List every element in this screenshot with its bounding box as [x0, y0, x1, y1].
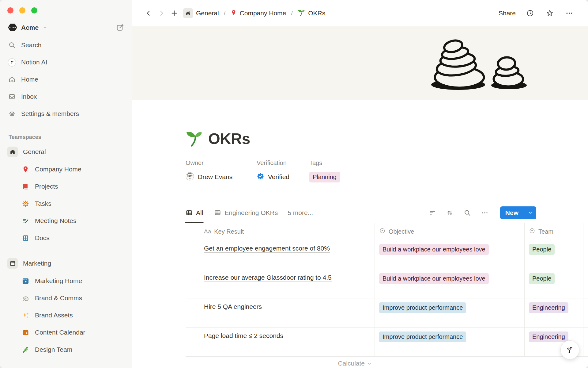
page-label: Tasks: [35, 200, 51, 207]
shell-icon: [21, 294, 30, 302]
zoom-window-button[interactable]: [31, 7, 37, 13]
calculate-row: Calculate: [186, 357, 588, 368]
breadcrumb-label: OKRs: [308, 10, 325, 17]
page-title[interactable]: OKRs: [208, 129, 250, 148]
team-chip: Engineering: [529, 332, 568, 342]
favorite-star-button[interactable]: [545, 8, 555, 18]
team-cell[interactable]: People: [525, 240, 583, 269]
new-page-button[interactable]: [116, 24, 124, 32]
select-property-icon: [379, 228, 386, 236]
key-result-cell[interactable]: Hire 5 QA engineers: [186, 298, 375, 327]
view-tabs-row: All Engineering OKRs 5 more...: [186, 202, 588, 223]
tab-label: All: [196, 209, 203, 217]
column-header-team[interactable]: Team: [525, 223, 583, 240]
sort-icon[interactable]: [445, 208, 454, 217]
sidebar-item-notion-ai[interactable]: Notion AI: [0, 54, 132, 71]
more-views-link[interactable]: 5 more...: [288, 209, 313, 217]
notion-ai-floating-button[interactable]: [560, 340, 579, 359]
view-options-icon[interactable]: [480, 208, 489, 217]
sidebar-page-tasks[interactable]: Tasks: [0, 195, 132, 212]
team-cell[interactable]: Engineering: [525, 298, 583, 327]
close-window-button[interactable]: [7, 7, 13, 13]
new-button[interactable]: New: [500, 206, 524, 219]
objective-cell[interactable]: Build a workplace our employees love: [375, 269, 525, 298]
workspace-switcher[interactable]: ACME Acme: [8, 23, 124, 32]
chevron-down-icon: [367, 361, 372, 366]
red-book-icon: [21, 182, 30, 191]
seedling-icon[interactable]: [186, 130, 203, 148]
sidebar-page-brand-assets[interactable]: Brand Assets: [0, 307, 132, 324]
key-result-cell[interactable]: Get an employee engagement score of 80%: [186, 240, 375, 269]
tab-engineering-okrs[interactable]: Engineering OKRs: [214, 202, 278, 223]
column-header-key-result[interactable]: Aa Key Result: [186, 223, 375, 240]
marketing-teamspace-icon: [7, 258, 18, 269]
breadcrumb-separator: /: [291, 10, 293, 17]
minimize-window-button[interactable]: [19, 7, 25, 13]
tab-all[interactable]: All: [186, 202, 203, 223]
sidebar-page-marketing-home[interactable]: Marketing Home: [0, 272, 132, 289]
objective-cell[interactable]: Improve product performance: [375, 328, 525, 356]
stacked-stones-illustration: [430, 39, 533, 91]
teamspace-label: General: [23, 148, 46, 155]
sidebar-page-docs[interactable]: Docs: [0, 229, 132, 247]
property-label: Verification: [257, 159, 309, 167]
key-result-cell[interactable]: Page load time ≤ 2 seconds: [186, 328, 375, 356]
sidebar-item-label: Inbox: [21, 93, 37, 100]
breadcrumb-okrs[interactable]: OKRs: [296, 8, 326, 18]
key-result-cell[interactable]: Increase our average Glassdoor rating to…: [186, 269, 375, 298]
memo-icon: [21, 217, 30, 225]
column-label: Team: [538, 228, 553, 235]
sidebar-item-home[interactable]: Home: [0, 71, 132, 88]
team-chip: Engineering: [529, 302, 568, 313]
sidebar-page-meeting-notes[interactable]: Meeting Notes: [0, 212, 132, 229]
herb-icon: [21, 346, 30, 354]
add-page-button[interactable]: [169, 8, 179, 18]
team-chip: People: [529, 273, 555, 284]
new-button-group: New: [500, 206, 536, 219]
sidebar-page-brand-comms[interactable]: Brand & Comms: [0, 289, 132, 307]
breadcrumb-company-home[interactable]: Company Home: [229, 9, 288, 18]
objective-cell[interactable]: Build a workplace our employees love: [375, 240, 525, 269]
key-result-link[interactable]: Increase our average Glassdoor rating to…: [204, 274, 332, 282]
objective-cell[interactable]: Improve product performance: [375, 298, 525, 327]
key-result-link[interactable]: Hire 5 QA engineers: [204, 303, 262, 311]
calculate-label: Calculate: [338, 360, 365, 367]
column-header-objective[interactable]: Objective: [375, 223, 525, 240]
table-row: Hire 5 QA engineers Improve product perf…: [186, 298, 588, 328]
teamspaces-section-label: Teamspaces: [9, 134, 132, 140]
chevron-down-icon: [43, 25, 47, 30]
share-button[interactable]: Share: [499, 10, 516, 17]
property-verification: Verification Verified: [257, 159, 309, 182]
sidebar-page-company-home[interactable]: Company Home: [0, 161, 132, 178]
updates-clock-button[interactable]: [525, 8, 535, 18]
filter-icon[interactable]: [428, 208, 437, 217]
page-label: Content Calendar: [35, 329, 85, 336]
more-options-button[interactable]: [564, 8, 575, 18]
sidebar-page-content-calendar[interactable]: Content Calendar: [0, 324, 132, 341]
new-dropdown-button[interactable]: [524, 206, 536, 219]
calculate-button[interactable]: Calculate: [186, 360, 375, 367]
owner-value[interactable]: Drew Evans: [186, 172, 257, 182]
sidebar-teamspace-general[interactable]: General: [0, 143, 132, 161]
search-icon[interactable]: [463, 208, 472, 217]
window-controls: [0, 7, 132, 13]
tags-value[interactable]: Planning: [309, 172, 340, 182]
sidebar-item-search[interactable]: Search: [0, 36, 132, 54]
back-button[interactable]: [143, 8, 154, 18]
breadcrumb-general[interactable]: General: [182, 8, 220, 19]
forward-button[interactable]: [156, 8, 167, 18]
sidebar-item-settings[interactable]: Settings & members: [0, 105, 132, 122]
sidebar-item-inbox[interactable]: Inbox: [0, 88, 132, 105]
sidebar-page-design-team[interactable]: Design Team: [0, 341, 132, 358]
calendar-icon: [21, 328, 30, 337]
key-result-link[interactable]: Get an employee engagement score of 80%: [204, 245, 330, 253]
team-cell[interactable]: People: [525, 269, 583, 298]
round-pushpin-icon: [21, 165, 30, 174]
page-label: Brand & Comms: [35, 294, 82, 302]
verification-value[interactable]: Verified: [257, 172, 309, 182]
sidebar-teamspace-marketing[interactable]: Marketing: [0, 255, 132, 272]
key-result-link[interactable]: Page load time ≤ 2 seconds: [204, 332, 283, 340]
home-icon: [8, 75, 16, 83]
sidebar-page-projects[interactable]: Projects: [0, 178, 132, 195]
notion-ai-icon: [565, 345, 575, 355]
